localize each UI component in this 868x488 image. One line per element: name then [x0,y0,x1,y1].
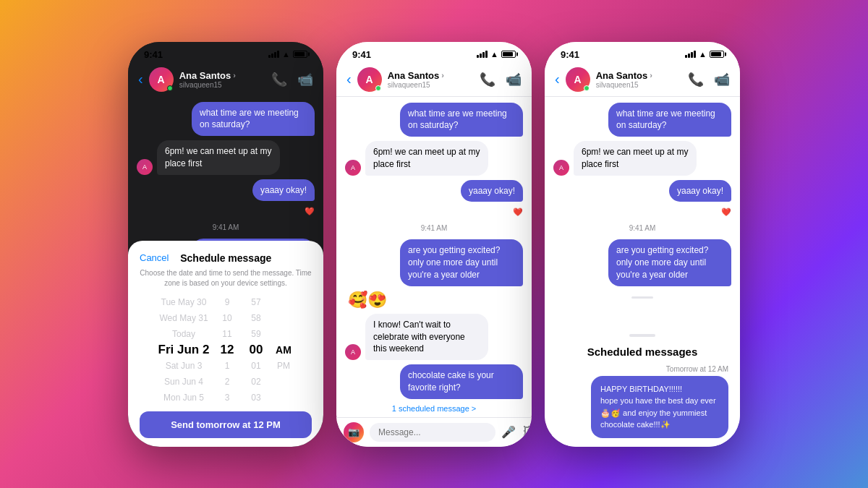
contact-sub-1: silvaqueen15 [179,81,265,89]
picker-row: 01 [242,358,271,374]
header-icons-2: 📞 📹 [480,72,522,87]
reaction-emoji: ❤️ [137,207,315,216]
chat-header-3: ‹ A Ana Santos › silvaqueen15 📞 📹 [545,63,740,97]
avatar-wrap-2: A [357,67,382,92]
picker-row-selected: 12 [213,342,242,358]
msg-row: A I know! Can't wait to celebrate with e… [345,314,523,360]
status-bar-3: 9:41 ▲ [545,42,740,63]
input-icons: 🎤 🖼 😊 ➕ [501,425,532,439]
status-time-1: 9:41 [144,49,163,60]
timestamp: 9:41 AM [345,224,523,232]
online-indicator-3 [584,85,590,91]
picker-row: Sat Jun 3 [155,358,213,374]
picker-row: Wed May 31 [155,310,213,326]
bubble-received: 6pm! we can meet up at my place first [574,141,697,176]
msg-row: A 6pm! we can meet up at my place first [345,141,523,176]
msg-row: what time are we meeting on saturday? [553,103,731,137]
schedule-sheet: Cancel Schedule message Choose the date … [128,241,323,447]
battery-icon-1 [293,51,307,58]
phone-3: 9:41 ▲ ‹ A Ana Santos › silvaqueen15 📞 � [545,42,740,447]
status-icons-1: ▲ [268,50,307,59]
cancel-button[interactable]: Cancel [140,252,169,263]
msg-row: chocolate cake is your favorite right? [345,364,523,399]
picker-row: Mon Jun 5 [155,390,213,406]
date-picker[interactable]: Tue May 30 Wed May 31 Today Fri Jun 2 Sa… [140,294,312,406]
bubble-sent: what time are we meeting on saturday? [608,103,731,137]
bubble-received: I know! Can't wait to celebrate with eve… [365,314,488,360]
msg-row: are you getting excited? only one more d… [345,239,523,286]
signal-icon-2 [477,51,488,58]
chat-body-1: what time are we meeting on saturday? A … [128,96,323,241]
contact-sub-2: silvaqueen15 [388,81,474,89]
phone-icon-1[interactable]: 📞 [271,72,287,87]
contact-info-2: Ana Santos › silvaqueen15 [388,70,474,89]
chat-body-2: what time are we meeting on saturday? A … [336,97,532,400]
bubble-received: 6pm! we can meet up at my place first [157,140,280,175]
picker-row: 02 [242,374,271,390]
mic-icon[interactable]: 🎤 [501,425,516,439]
phone-1: 9:41 ▲ ‹ A Ana Santos › silvaqueen15 📞 [128,42,323,447]
msg-row: what time are we meeting on saturday? [345,103,523,137]
msg-row: are you getting excited? only one more d… [553,239,731,286]
scheduled-message-bubble: HAPPY BIRTHDAY!!!!!! hope you have the b… [591,376,728,438]
emoji-message: 🥰😍 [348,291,387,309]
picker-row [271,294,297,310]
msg-row: HAPPY BIRTHDAY!!!!!! hope you have the b… [556,376,728,438]
contact-name-2: Ana Santos › [388,70,474,81]
picker-row [271,310,297,326]
back-button-1[interactable]: ‹ [138,71,143,87]
msg-avatar: A [345,344,361,360]
chat-header-2: ‹ A Ana Santos › silvaqueen15 📞 📹 [336,63,532,97]
picker-row [271,374,297,390]
status-bar-2: 9:41 ▲ [336,42,532,63]
picker-row: 9 [213,294,242,310]
photo-icon[interactable]: 🖼 [523,425,532,439]
video-icon-3[interactable]: 📹 [714,72,730,87]
timestamp: 9:41 AM [137,223,315,231]
send-scheduled-button[interactable]: Send tomorrow at 12 PM [140,411,312,438]
panel-title: Scheduled messages [556,346,728,358]
msg-row: yaaay okay! [345,180,523,202]
online-indicator-1 [167,85,173,91]
contact-name-1: Ana Santos › [179,70,265,81]
signal-icon-1 [268,51,279,58]
bubble-sent: yaaay okay! [252,179,315,202]
picker-row: 1 [213,358,242,374]
msg-row: what time are we meeting on saturday? [137,102,315,137]
header-icons-3: 📞 📹 [688,72,730,87]
picker-row [271,326,297,342]
bubble-sent: what time are we meeting on saturday? [192,102,315,137]
date-col: Tue May 30 Wed May 31 Today Fri Jun 2 Sa… [155,294,213,406]
back-button-3[interactable]: ‹ [555,71,560,87]
video-icon-1[interactable]: 📹 [297,72,313,87]
status-bar-1: 9:41 ▲ [128,42,323,63]
sheet-header: Cancel Schedule message [140,252,312,264]
status-icons-3: ▲ [685,50,724,59]
camera-button[interactable]: 📷 [344,422,364,442]
msg-row: A 6pm! we can meet up at my place first [553,141,731,176]
battery-icon-2 [501,51,516,58]
chevron-icon-2: › [441,71,444,80]
msg-avatar: A [345,160,361,176]
video-icon-2[interactable]: 📹 [506,72,522,87]
reaction-emoji: ❤️ [345,207,523,217]
msg-row: yaaay okay! [137,179,315,202]
bubble-sent: chocolate cake is your favorite right? [400,364,523,399]
picker-row: Tue May 30 [155,294,213,310]
picker-row-selected: Fri Jun 2 [155,342,213,358]
bubble-sent: what time are we meeting on saturday? [400,103,523,137]
back-button-2[interactable]: ‹ [346,71,352,87]
bubble-sent: are you getting excited? only one more d… [608,239,731,286]
message-input[interactable] [370,423,495,442]
msg-avatar: A [553,160,569,176]
scheduled-panel: Scheduled messages Tomorrow at 12 AM HAP… [545,322,740,447]
phone-icon-2[interactable]: 📞 [480,72,495,87]
msg-row: yaaay okay! [553,180,731,202]
hour-col: 9 10 11 12 1 2 3 [213,294,242,406]
avatar-wrap-1: A [149,67,174,92]
phone-icon-3[interactable]: 📞 [688,72,704,87]
scheduled-banner[interactable]: 1 scheduled message > [336,400,532,417]
divider [631,296,653,299]
picker-row: 2 [213,374,242,390]
sheet-description: Choose the date and time to send the mes… [140,268,312,288]
